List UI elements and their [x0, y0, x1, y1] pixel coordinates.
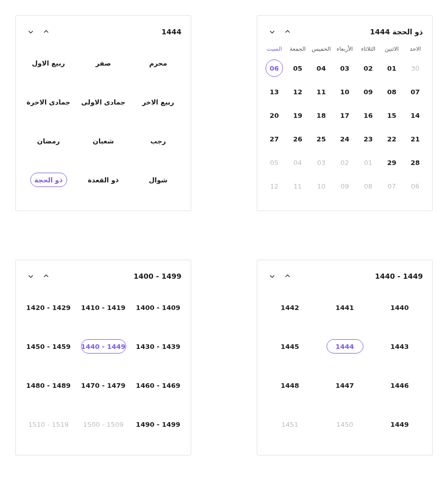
month-cell[interactable]: جمادى الاخرة: [21, 82, 76, 121]
day-cell[interactable]: 27: [262, 128, 286, 150]
decade-picker-title[interactable]: 1400 - 1499: [134, 272, 182, 280]
year-cell[interactable]: 1441: [317, 288, 372, 327]
year-cell[interactable]: 1447: [317, 366, 372, 405]
month-cell[interactable]: جمادى الاولى: [76, 82, 131, 121]
day-cell[interactable]: 01: [380, 57, 403, 79]
prev-button[interactable]: [40, 271, 52, 282]
decade-cell[interactable]: 1460 - 1469: [131, 366, 186, 405]
day-cell[interactable]: 03: [333, 57, 357, 79]
day-cell[interactable]: 22: [380, 128, 403, 150]
day-cell[interactable]: 11: [310, 81, 333, 102]
day-cell[interactable]: 08: [356, 175, 380, 197]
year-cell[interactable]: 1445: [262, 327, 317, 366]
prev-button[interactable]: [40, 26, 52, 37]
decade-cell[interactable]: 1490 - 1499: [131, 405, 186, 444]
year-cell[interactable]: 1444: [317, 327, 372, 366]
day-cell[interactable]: 01: [356, 152, 380, 173]
day-cell[interactable]: 05: [286, 57, 310, 79]
year-cell[interactable]: 1450: [317, 405, 372, 444]
nav-buttons: [25, 26, 52, 37]
day-cell[interactable]: 09: [333, 175, 357, 197]
day-cell[interactable]: 10: [333, 81, 357, 102]
day-picker-title[interactable]: ذو الحجة 1444: [370, 28, 423, 36]
day-cell[interactable]: 17: [333, 105, 357, 126]
day-number: 30: [411, 65, 420, 72]
day-cell[interactable]: 10: [310, 175, 333, 197]
day-cell[interactable]: 23: [356, 128, 380, 150]
day-cell[interactable]: 04: [286, 152, 310, 173]
day-cell[interactable]: 18: [310, 105, 333, 126]
day-cell[interactable]: 02: [356, 57, 380, 79]
day-cell[interactable]: 24: [333, 128, 357, 150]
month-cell[interactable]: ربيع الاخر: [131, 82, 186, 121]
month-cell[interactable]: ذو القعدة: [76, 160, 131, 199]
month-cell[interactable]: ذو الحجة: [21, 160, 76, 199]
cell-label: 1400 - 1409: [136, 304, 180, 312]
day-cell[interactable]: 06: [403, 175, 427, 197]
prev-button[interactable]: [282, 26, 293, 37]
day-cell[interactable]: 06: [262, 57, 286, 79]
day-cell[interactable]: 12: [262, 175, 286, 197]
next-button[interactable]: [267, 271, 278, 282]
next-button[interactable]: [267, 26, 278, 37]
day-number: 20: [270, 112, 279, 119]
month-cell[interactable]: ربيع الاول: [21, 44, 76, 82]
day-cell[interactable]: 02: [333, 152, 357, 173]
day-cell[interactable]: 09: [356, 81, 380, 102]
month-cell[interactable]: رمضان: [21, 121, 76, 160]
decade-cell[interactable]: 1440 - 1449: [76, 327, 131, 366]
day-cell[interactable]: 15: [380, 105, 403, 126]
day-cell[interactable]: 03: [310, 152, 333, 173]
day-cell[interactable]: 11: [286, 175, 310, 197]
day-cell[interactable]: 13: [262, 81, 286, 102]
day-number: 07: [388, 182, 396, 190]
day-cell[interactable]: 04: [310, 57, 333, 79]
year-picker-title[interactable]: 1440 - 1449: [375, 272, 423, 280]
day-cell[interactable]: 21: [403, 128, 427, 150]
decade-cell[interactable]: 1500 - 1509: [76, 405, 131, 444]
day-cell[interactable]: 29: [380, 152, 403, 173]
year-cell[interactable]: 1451: [262, 405, 317, 444]
day-cell[interactable]: 07: [380, 175, 403, 197]
year-cell[interactable]: 1449: [372, 405, 427, 444]
month-cell[interactable]: محرم: [131, 44, 186, 82]
weekday: الثلاثاء: [356, 44, 380, 54]
day-cell[interactable]: 14: [403, 105, 427, 126]
day-cell[interactable]: 07: [403, 81, 427, 102]
decade-cell[interactable]: 1510 - 1519: [21, 405, 76, 444]
decade-cell[interactable]: 1430 - 1439: [131, 327, 186, 366]
day-picker: ذو الحجة 1444 الاحدالاثنينالثلاثاءالأربع…: [257, 15, 433, 211]
cell-label: 1448: [280, 382, 299, 389]
decade-cell[interactable]: 1420 - 1429: [21, 288, 76, 327]
day-cell[interactable]: 25: [310, 128, 333, 150]
decade-cell[interactable]: 1450 - 1459: [21, 327, 76, 366]
month-picker-title[interactable]: 1444: [161, 28, 181, 36]
day-cell[interactable]: 08: [380, 81, 403, 102]
day-cell[interactable]: 05: [262, 152, 286, 173]
year-cell[interactable]: 1442: [262, 288, 317, 327]
decade-cell[interactable]: 1400 - 1409: [131, 288, 186, 327]
day-number: 10: [317, 182, 325, 190]
year-cell[interactable]: 1443: [372, 327, 427, 366]
day-cell[interactable]: 28: [403, 152, 427, 173]
decade-cell[interactable]: 1470 - 1479: [76, 366, 131, 405]
month-cell[interactable]: صفر: [76, 44, 131, 82]
day-cell[interactable]: 19: [286, 105, 310, 126]
month-cell[interactable]: رجب: [131, 121, 186, 160]
day-cell[interactable]: 30: [403, 57, 427, 79]
month-cell[interactable]: شوال: [131, 160, 186, 199]
decade-cell[interactable]: 1480 - 1489: [21, 366, 76, 405]
year-cell[interactable]: 1446: [372, 366, 427, 405]
next-button[interactable]: [25, 271, 36, 282]
year-cell[interactable]: 1448: [262, 366, 317, 405]
day-cell[interactable]: 26: [286, 128, 310, 150]
decade-cell[interactable]: 1410 - 1419: [76, 288, 131, 327]
day-cell[interactable]: 20: [262, 105, 286, 126]
day-cell[interactable]: 16: [356, 105, 380, 126]
day-number: 17: [340, 112, 349, 119]
month-cell[interactable]: شعبان: [76, 121, 131, 160]
day-cell[interactable]: 12: [286, 81, 310, 102]
year-cell[interactable]: 1440: [372, 288, 427, 327]
next-button[interactable]: [25, 26, 36, 37]
prev-button[interactable]: [282, 271, 293, 282]
